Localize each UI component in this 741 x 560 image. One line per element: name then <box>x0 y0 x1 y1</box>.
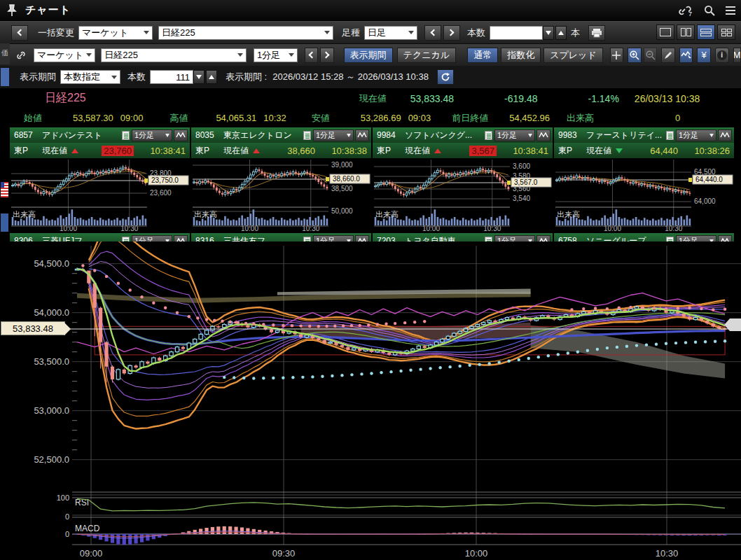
prev-period-button[interactable] <box>305 48 319 63</box>
link-icon[interactable]: 7 <box>679 4 695 17</box>
count2-up-spinner[interactable] <box>206 70 217 84</box>
count-input-2[interactable] <box>150 70 193 84</box>
layout-two-horizontal-button[interactable] <box>697 24 715 40</box>
scroll-marker[interactable] <box>730 318 741 331</box>
mini-chart-icon[interactable] <box>718 235 732 242</box>
mini-chart-icon[interactable] <box>355 130 369 141</box>
chevron-down-icon <box>111 76 117 79</box>
pin-icon[interactable] <box>4 3 20 18</box>
list-icon[interactable] <box>485 131 492 140</box>
mini-chart-canvas[interactable]: 10:0010:3023,80023,600出来高23,750.0 <box>10 158 190 232</box>
bulk-market-dropdown[interactable]: マーケット <box>78 26 153 40</box>
crosshair-button[interactable] <box>610 48 624 63</box>
svg-text:38,500: 38,500 <box>331 185 353 192</box>
svg-text:64,500: 64,500 <box>694 168 716 176</box>
mini-interval-dropdown[interactable]: 1分足 <box>494 235 535 242</box>
yen-button[interactable]: ¥ <box>697 48 711 63</box>
layout-single-button[interactable] <box>656 24 674 40</box>
mini-chart-header: 8035東京エレクトロン1分足 <box>191 127 371 143</box>
interval-dropdown[interactable]: 1分足 <box>254 48 298 62</box>
svg-text:38,660.0: 38,660.0 <box>333 175 360 183</box>
mini-current-value: 64,440 <box>650 146 678 156</box>
layout-two-vertical-button[interactable] <box>677 24 695 40</box>
mini-chart-panel-9984[interactable]: 9984ソフトバンクグ...1分足東P現在値3,56710:38:4110:00… <box>373 127 553 232</box>
count-up-spinner[interactable] <box>555 26 567 40</box>
mini-chart-panel-clipped-7203[interactable]: 7203トヨタ自動車1分足 <box>373 233 553 241</box>
zoom-in-button[interactable] <box>628 48 642 63</box>
side-rail-marker[interactable] <box>1 68 9 86</box>
count-mode-dropdown[interactable]: 本数指定 <box>60 70 120 84</box>
zoom-out-button[interactable] <box>644 48 658 63</box>
mini-chart-subheader: 東P現在値64,44010:38:26 <box>554 143 734 158</box>
info-button[interactable]: i <box>715 48 729 63</box>
list-icon[interactable] <box>122 237 130 242</box>
count-label: 本数 <box>467 27 485 39</box>
list-icon[interactable] <box>303 237 311 242</box>
list-icon[interactable] <box>303 131 311 140</box>
mini-interval-dropdown[interactable]: 1分足 <box>676 235 716 242</box>
link-icon[interactable] <box>15 48 27 62</box>
side-rail-tab[interactable]: 価 <box>0 43 10 64</box>
search-icon[interactable] <box>703 4 716 17</box>
unit-label: 本 <box>571 27 580 39</box>
mini-interval-dropdown[interactable]: 1分足 <box>132 235 172 242</box>
count-down-spinner[interactable] <box>543 26 554 40</box>
list-icon[interactable] <box>666 131 674 140</box>
main-chart-canvas[interactable]: 54,500.054,000.053,500.053,000.052,500.0… <box>0 241 741 560</box>
symbol-dropdown[interactable]: 日経225 <box>101 48 247 62</box>
zoom-in-icon <box>629 50 639 60</box>
mini-interval-dropdown[interactable]: 1分足 <box>676 130 716 141</box>
list-icon[interactable] <box>485 237 492 242</box>
mini-interval-dropdown[interactable]: 1分足 <box>494 130 535 141</box>
mini-interval-dropdown[interactable]: 1分足 <box>313 130 354 141</box>
collapse-left-button[interactable] <box>11 25 28 41</box>
layout-grid-button[interactable] <box>717 24 735 40</box>
bulk-symbol-dropdown[interactable]: 日経225 <box>158 26 333 40</box>
layout-two-vertical-icon <box>681 28 691 36</box>
chart-cursor-button[interactable] <box>679 48 693 63</box>
mini-chart-panel-clipped-6758[interactable]: 6758ソニーグループ1分足 <box>554 233 734 241</box>
technical-button[interactable]: テクニカル <box>397 48 457 63</box>
mini-chart-icon[interactable] <box>718 130 732 141</box>
normal-button[interactable]: 通常 <box>467 48 498 63</box>
mini-chart-icon[interactable] <box>536 235 550 242</box>
mini-chart-icon[interactable] <box>355 235 369 242</box>
market-dropdown[interactable]: マーケット <box>34 48 95 62</box>
mini-chart-panel-9983[interactable]: 9983ファーストリテイ...1分足東P現在値64,44010:38:2610:… <box>554 127 734 232</box>
ashi-dropdown[interactable]: 日足 <box>364 26 417 40</box>
draw-button[interactable] <box>661 48 675 63</box>
reload-button[interactable] <box>437 69 454 85</box>
list-icon[interactable] <box>122 131 130 140</box>
mini-chart-icon[interactable] <box>174 235 188 242</box>
mini-chart-icon[interactable] <box>174 130 188 141</box>
m-button-clipped[interactable]: M <box>733 48 741 63</box>
mini-chart-panel-6857[interactable]: 6857アドバンテスト1分足東P現在値23,76010:38:4110:0010… <box>10 127 190 232</box>
mini-chart-header: 6857アドバンテスト1分足 <box>10 127 190 143</box>
mini-chart-canvas[interactable]: 10:0010:3064,50064,000出来高64,440.0 <box>554 158 734 232</box>
chevron-down-icon <box>709 134 714 137</box>
spread-button[interactable]: スプレッド <box>543 48 603 63</box>
mini-chart-canvas[interactable]: 10:0010:3039,00038,50050,000出来高38,660.0 <box>191 158 371 232</box>
count-input[interactable] <box>490 26 543 40</box>
menu-icon[interactable] <box>724 5 737 16</box>
titlebar-actions: 7 <box>679 0 737 21</box>
chevron-down-icon <box>324 31 330 34</box>
list-icon[interactable] <box>666 237 674 242</box>
mini-chart-panel-8035[interactable]: 8035東京エレクトロン1分足東P現在値38,66010:38:3810:001… <box>191 127 371 232</box>
display-period-button[interactable]: 表示期間 <box>344 48 393 63</box>
chevron-left-icon <box>309 52 316 59</box>
mini-chart-icon[interactable] <box>536 130 550 141</box>
print-button[interactable] <box>588 25 605 41</box>
prev-button[interactable] <box>424 25 441 41</box>
toolbar-row-3: 表示期間 本数指定 本数 表示期間 : 2026/03/12 15:28 ～ 2… <box>0 66 741 88</box>
mini-interval-dropdown[interactable]: 1分足 <box>313 235 354 242</box>
mini-chart-canvas[interactable]: 10:0010:303,6003,5803,5603,540出来高3,567.0 <box>373 158 553 232</box>
mini-chart-panel-clipped-8316[interactable]: 8316三井住友フ...1分足 <box>191 233 371 241</box>
mini-chart-subheader: 東P現在値3,56710:38:41 <box>373 143 553 158</box>
mini-interval-dropdown[interactable]: 1分足 <box>132 130 172 141</box>
indexed-button[interactable]: 指数化 <box>501 48 541 63</box>
next-button[interactable] <box>443 25 460 41</box>
count2-down-spinner[interactable] <box>193 70 205 84</box>
next-period-button[interactable] <box>320 48 334 63</box>
mini-chart-panel-clipped-8306[interactable]: 8306三菱UFJフ...1分足 <box>10 233 190 241</box>
